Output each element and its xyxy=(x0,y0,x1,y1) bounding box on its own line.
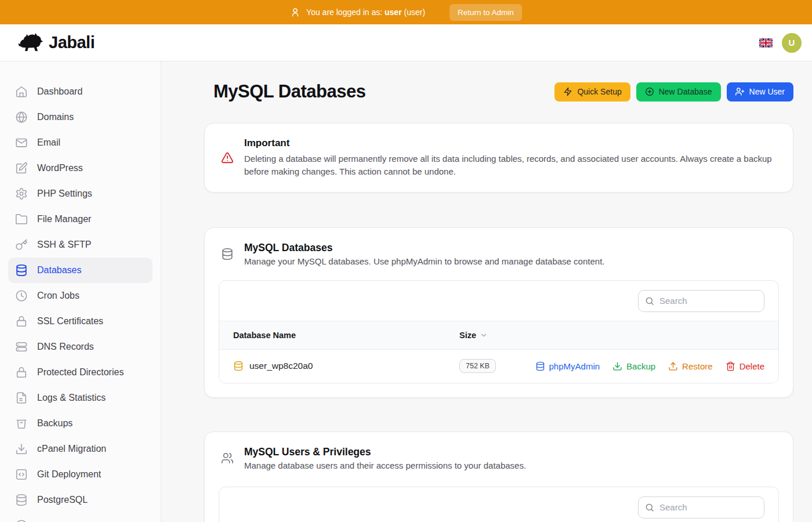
users-card-subtitle: Manage database users and their access p… xyxy=(244,461,526,470)
sidebar-item-label: Databases xyxy=(37,265,82,276)
delete-label: Delete xyxy=(740,361,764,371)
sidebar-item-cron-jobs[interactable]: Cron Jobs xyxy=(8,283,153,309)
restore-label: Restore xyxy=(682,361,713,371)
quick-setup-button[interactable]: Quick Setup xyxy=(554,82,630,102)
home-icon xyxy=(15,85,28,98)
download-icon xyxy=(612,361,622,371)
databases-card-title: MySQL Databases xyxy=(244,242,604,254)
file-text-icon xyxy=(15,392,28,404)
sidebar-item-cpanel-migration[interactable]: cPanel Migration xyxy=(8,436,153,462)
sidebar-item-label: cPanel Migration xyxy=(37,444,106,454)
database-icon xyxy=(233,361,244,371)
logged-in-username: user xyxy=(385,8,402,17)
sidebar-item-label: WordPress xyxy=(37,163,83,173)
sidebar-item-label: SSH & SFTP xyxy=(37,240,91,250)
column-header-size-sort[interactable]: Size xyxy=(459,331,764,340)
backup-link[interactable]: Backup xyxy=(612,361,655,371)
sidebar-item-label: SSL Certificates xyxy=(37,316,103,327)
sidebar-item-domains[interactable]: Domains xyxy=(8,104,153,130)
user-plus-icon xyxy=(735,87,745,96)
sidebar-item-postgresql[interactable]: PostgreSQL xyxy=(8,487,153,513)
sidebar-item-partial[interactable] xyxy=(8,513,153,522)
boar-logo-icon xyxy=(17,32,43,54)
sidebar-item-label: Email xyxy=(37,137,60,148)
database-icon xyxy=(15,494,28,506)
uk-flag-icon[interactable] xyxy=(759,38,773,48)
brand-name: Jabali xyxy=(49,33,95,52)
sidebar-item-ssh-sftp[interactable]: SSH & SFTP xyxy=(8,232,153,258)
logged-in-text: You are logged in as: user (user) xyxy=(306,8,425,17)
sidebar-item-label: Backups xyxy=(37,418,72,429)
sidebar-item-dashboard[interactable]: Dashboard xyxy=(8,79,153,104)
databases-table: Database Name Size user_wp8c20a0 752 KB xyxy=(219,280,779,383)
sidebar-item-label: Cron Jobs xyxy=(37,291,79,301)
backup-label: Backup xyxy=(626,361,655,371)
users-card-title: MySQL Users & Privileges xyxy=(244,446,526,458)
clock-icon xyxy=(15,289,28,302)
sidebar-item-logs-statistics[interactable]: Logs & Statistics xyxy=(8,385,153,411)
sidebar: Dashboard Domains Email WordPress PHP Se… xyxy=(0,61,161,522)
sidebar-item-wordpress[interactable]: WordPress xyxy=(8,155,153,181)
sidebar-item-email[interactable]: Email xyxy=(8,130,153,155)
search-icon xyxy=(645,296,654,306)
sidebar-item-ssl-certificates[interactable]: SSL Certificates xyxy=(8,309,153,334)
user-avatar[interactable]: U xyxy=(782,33,802,53)
partial-circle-icon xyxy=(15,519,28,522)
warning-card: Important Deleting a database will perma… xyxy=(204,123,793,193)
quick-setup-label: Quick Setup xyxy=(577,87,621,96)
folder-icon xyxy=(15,213,28,226)
delete-link[interactable]: Delete xyxy=(726,361,764,371)
chevron-down-icon xyxy=(480,331,488,339)
globe-icon xyxy=(15,111,28,124)
sidebar-item-file-manager[interactable]: File Manager xyxy=(8,206,153,232)
databases-search-input[interactable] xyxy=(638,290,764,312)
sidebar-item-git-deployment[interactable]: Git Deployment xyxy=(8,462,153,487)
mysql-users-card: MySQL Users & Privileges Manage database… xyxy=(204,432,793,522)
sidebar-item-label: Logs & Statistics xyxy=(37,393,106,403)
gear-icon xyxy=(15,187,28,200)
logged-in-prefix: You are logged in as: xyxy=(306,8,382,17)
column-header-database-name: Database Name xyxy=(233,331,459,340)
logged-in-role: (user) xyxy=(404,8,426,17)
return-to-admin-button[interactable]: Return to Admin xyxy=(449,4,522,21)
trash-icon xyxy=(726,361,735,371)
download-icon xyxy=(15,443,28,455)
alert-triangle-icon xyxy=(221,151,234,164)
main-content: MySQL Databases Quick Setup New Database… xyxy=(161,61,812,522)
sidebar-item-label: Domains xyxy=(37,112,74,122)
code-icon xyxy=(15,468,28,481)
restore-link[interactable]: Restore xyxy=(668,361,713,371)
database-icon xyxy=(221,248,234,260)
new-database-button[interactable]: New Database xyxy=(636,82,721,102)
sidebar-item-databases[interactable]: Databases xyxy=(8,258,153,283)
sidebar-item-protected-directories[interactable]: Protected Directories xyxy=(8,360,153,385)
mail-icon xyxy=(15,136,28,149)
sidebar-item-php-settings[interactable]: PHP Settings xyxy=(8,181,153,206)
sidebar-item-label: Dashboard xyxy=(37,86,82,97)
sidebar-item-label: Git Deployment xyxy=(37,469,101,480)
database-size-badge: 752 KB xyxy=(459,359,496,373)
server-icon xyxy=(15,340,28,353)
brand[interactable]: Jabali xyxy=(17,32,95,54)
lock-icon xyxy=(15,366,28,379)
sidebar-item-label: PostgreSQL xyxy=(37,495,88,505)
sidebar-item-label: PHP Settings xyxy=(37,188,92,199)
database-icon xyxy=(15,264,28,277)
new-user-button[interactable]: New User xyxy=(727,82,793,102)
plus-circle-icon xyxy=(645,87,654,96)
app-header: Jabali U xyxy=(0,24,812,61)
users-search-input[interactable] xyxy=(638,496,764,519)
sidebar-item-label: DNS Records xyxy=(37,342,94,352)
new-database-label: New Database xyxy=(659,87,712,96)
archive-icon xyxy=(15,417,28,430)
database-row: user_wp8c20a0 752 KB phpMyAdmin Backup xyxy=(219,350,778,383)
warning-body: Deleting a database will permanently rem… xyxy=(244,153,777,178)
database-name: user_wp8c20a0 xyxy=(249,361,313,371)
databases-card-subtitle: Manage your MySQL databases. Use phpMyAd… xyxy=(244,256,604,266)
sidebar-item-backups[interactable]: Backups xyxy=(8,411,153,436)
column-header-size: Size xyxy=(459,331,476,340)
pencil-icon xyxy=(15,162,28,175)
phpmyadmin-link[interactable]: phpMyAdmin xyxy=(535,361,600,371)
sidebar-item-dns-records[interactable]: DNS Records xyxy=(8,334,153,360)
upload-icon xyxy=(668,361,678,371)
